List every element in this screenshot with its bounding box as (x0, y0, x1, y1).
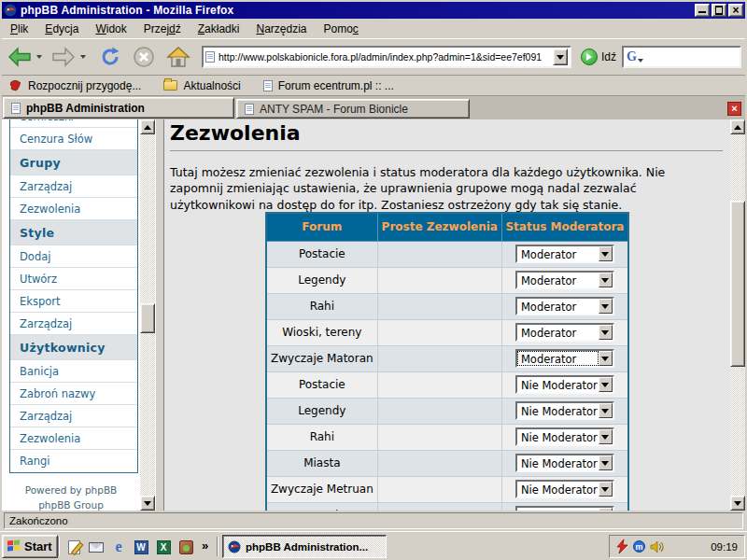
power-alert-icon[interactable] (616, 539, 628, 553)
bookmark-forum-ecentrum[interactable]: Forum ecentrum.pl :: ... (263, 79, 394, 92)
proste-zezwolenia-cell (377, 450, 501, 476)
sidebar-item-usmieszki[interactable]: Uśmieszki (10, 119, 137, 128)
page-icon (263, 80, 273, 91)
status-moderator-select[interactable]: Moderator (515, 297, 614, 315)
tab-bar: phpBB Administration ANTY SPAM - Forum B… (2, 96, 745, 119)
status-cell: Nie Moderator (501, 398, 628, 424)
bookmark-rozpocznij[interactable]: Rozpocznij przygodę... (9, 79, 141, 92)
browser-content: Uśmieszki Cenzura Słów Grupy Zarządzaj Z… (2, 119, 745, 511)
sidebar-item-banicja[interactable]: Banicja (10, 360, 137, 383)
menu-narzedzia[interactable]: Narzędzia (247, 20, 315, 38)
status-moderator-select[interactable]: Moderator (515, 323, 614, 342)
column-header-proste-zezwolenia: Proste Zezwolenia (377, 213, 501, 241)
proste-zezwolenia-cell (377, 424, 501, 450)
proste-zezwolenia-cell (377, 241, 501, 267)
menu-plik[interactable]: Plik (2, 20, 36, 38)
minimize-button[interactable] (695, 4, 710, 17)
home-button[interactable] (164, 42, 192, 72)
quicklaunch-notepad[interactable] (63, 537, 84, 557)
messenger-icon[interactable]: m (633, 540, 645, 553)
start-button[interactable]: Start (2, 535, 58, 558)
volume-icon[interactable] (650, 540, 664, 553)
frame-splitter[interactable] (155, 119, 164, 511)
sidebar-item-zezwolenia-uzytkownicy[interactable]: Zezwolenia (10, 427, 137, 450)
forward-dropdown[interactable] (78, 42, 88, 72)
bookmark-aktualnosci[interactable]: Aktualności (163, 79, 240, 92)
address-bar[interactable]: http://www.polskabionicle.fora.pl/admin/… (202, 46, 571, 68)
menu-zakladki[interactable]: Zakładki (190, 20, 248, 38)
scroll-down-button[interactable] (730, 496, 745, 511)
table-row: Legendy Nie Moderator (266, 398, 628, 424)
scrollbar-thumb[interactable] (140, 303, 155, 333)
triangle-down-icon (144, 501, 151, 506)
status-moderator-select[interactable]: Moderator (515, 245, 614, 263)
sidebar-item-zabron-nazwy[interactable]: Zabroń nazwy (10, 383, 137, 405)
tab-phpbb-administration[interactable]: phpBB Administration (3, 97, 234, 119)
taskbar: Start e W X » phpBB Administration... m (0, 531, 747, 560)
sidebar-item-zezwolenia-grupy[interactable]: Zezwolenia (10, 198, 137, 220)
menu-pomoc[interactable]: Pomoc (316, 20, 367, 38)
sidebar-item-rangi[interactable]: Rangi (10, 450, 137, 472)
task-button-firefox[interactable]: phpBB Administration... (222, 535, 387, 558)
firefox-icon (228, 540, 241, 553)
quicklaunch-word[interactable]: W (131, 537, 151, 557)
main-scrollbar[interactable] (730, 119, 745, 511)
quicklaunch-mail[interactable] (86, 537, 106, 557)
tab-close-button[interactable]: × (727, 102, 741, 116)
scroll-up-button[interactable] (140, 119, 155, 134)
sidebar-item-zarzadzaj-uzytkownicy[interactable]: Zarządzaj (10, 405, 137, 427)
notepad-pencil-icon (68, 540, 80, 554)
tab-anty-spam[interactable]: ANTY SPAM - Forum Bionicle (236, 99, 470, 119)
search-input[interactable]: G (622, 46, 741, 68)
status-cell: Nie Moderator (501, 371, 628, 398)
status-moderator-select[interactable]: Nie Moderator (515, 401, 614, 420)
quicklaunch-photo-app[interactable] (176, 537, 196, 557)
sidebar-scrollbar[interactable] (140, 119, 155, 511)
quicklaunch-excel[interactable]: X (153, 537, 174, 557)
taskbar-separator (217, 537, 218, 556)
close-button[interactable]: × (728, 4, 743, 17)
quicklaunch-internet-explorer[interactable]: e (108, 537, 129, 557)
table-row: Zwyczaje Metruan Nie Moderator (266, 476, 628, 502)
table-row: Rahi Nie Moderator (266, 424, 628, 450)
back-dropdown[interactable] (34, 42, 44, 72)
task-button-label: phpBB Administration... (246, 541, 368, 553)
sidebar-item-zarzadzaj-style[interactable]: Zarządzaj (10, 313, 137, 335)
scroll-down-button[interactable] (140, 496, 155, 511)
status-moderator-select[interactable]: Nie Moderator (515, 454, 614, 472)
status-bar: Zakończono (2, 511, 745, 531)
quicklaunch-overflow[interactable]: » (202, 539, 208, 553)
clock[interactable]: 09:19 (711, 541, 738, 553)
status-moderator-select[interactable]: Nie Moderator (515, 427, 614, 446)
address-dropdown[interactable] (553, 49, 568, 65)
sidebar-item-cenzura-slow[interactable]: Cenzura Słów (10, 128, 137, 150)
status-moderator-select[interactable]: Nie Moderator (515, 375, 614, 394)
stop-icon (133, 46, 155, 68)
restore-icon (715, 7, 723, 14)
go-button[interactable]: Idź (575, 49, 622, 65)
scroll-up-button[interactable] (730, 119, 745, 134)
menu-widok[interactable]: Widok (87, 20, 134, 38)
taskbar-separator (58, 537, 60, 556)
status-moderator-select-focused[interactable]: Moderator (515, 349, 614, 368)
reload-button[interactable] (97, 42, 123, 72)
stop-button[interactable] (131, 42, 157, 72)
table-row: Rahi Moderator (266, 293, 628, 319)
restore-button[interactable] (712, 4, 726, 17)
sidebar-item-dodaj[interactable]: Dodaj (10, 245, 137, 268)
sidebar-item-eksport[interactable]: Eksport (10, 290, 137, 313)
menu-edycja[interactable]: Edycja (36, 20, 87, 38)
windows-logo-icon (7, 540, 21, 553)
forum-name: Legendy (266, 267, 377, 293)
menu-przejdz[interactable]: Przejdź (135, 20, 190, 38)
back-button[interactable] (6, 42, 34, 72)
status-moderator-select[interactable]: Moderator (515, 271, 614, 289)
internet-explorer-icon: e (115, 539, 121, 555)
forward-button[interactable] (49, 42, 78, 72)
sidebar-item-utworz[interactable]: Utwórz (10, 268, 137, 290)
sidebar-item-zarzadzaj-grupy[interactable]: Zarządzaj (10, 175, 137, 198)
forum-name: Zwyczaje Matoran (266, 345, 377, 371)
combo-arrow (599, 429, 613, 444)
status-moderator-select[interactable]: Nie Moderator (515, 480, 614, 498)
scrollbar-thumb[interactable] (730, 201, 745, 367)
